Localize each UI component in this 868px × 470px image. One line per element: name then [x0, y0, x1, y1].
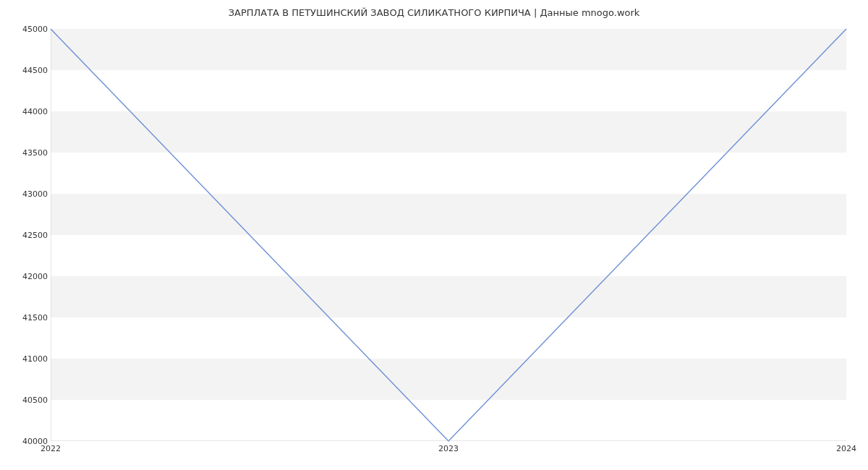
series-line [51, 29, 846, 441]
y-tick-label: 43500 [4, 148, 48, 158]
y-tick-label: 41000 [4, 354, 48, 364]
x-tick-label: 2024 [836, 444, 856, 453]
x-tick-label: 2022 [41, 444, 61, 453]
chart-container: ЗАРПЛАТА В ПЕТУШИНСКИЙ ЗАВОД СИЛИКАТНОГО… [0, 0, 868, 470]
y-tick-label: 44000 [4, 107, 48, 116]
y-tick-label: 45000 [4, 25, 48, 34]
x-axis-spine [51, 440, 846, 441]
y-tick-label: 41500 [4, 313, 48, 322]
y-tick-label: 42000 [4, 272, 48, 281]
y-tick-label: 43000 [4, 189, 48, 199]
y-tick-label: 42500 [4, 231, 48, 240]
line-layer [51, 29, 846, 441]
x-tick-label: 2023 [438, 444, 459, 453]
y-tick-label: 44500 [4, 66, 48, 75]
chart-title: ЗАРПЛАТА В ПЕТУШИНСКИЙ ЗАВОД СИЛИКАТНОГО… [0, 7, 868, 18]
y-tick-label: 40500 [4, 396, 48, 405]
y-axis-spine [51, 29, 51, 441]
